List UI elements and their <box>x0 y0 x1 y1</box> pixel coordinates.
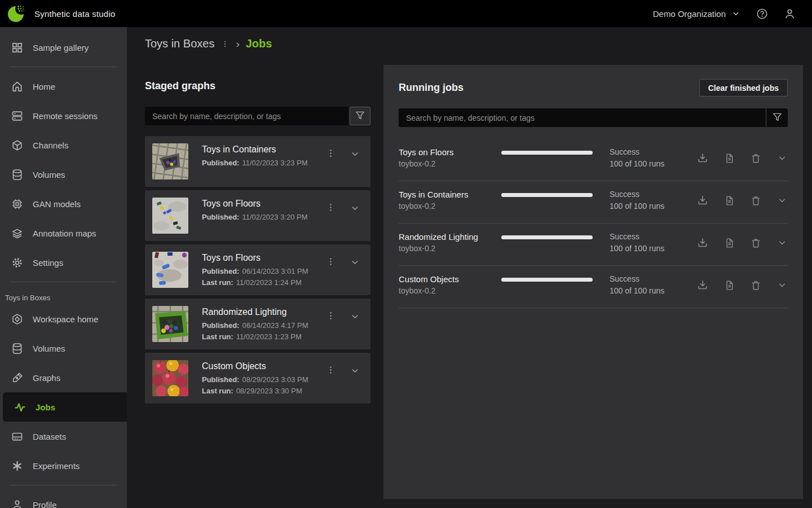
job-status: Success <box>610 273 694 285</box>
job-model: toybox-0.2 <box>399 285 501 297</box>
job-delete-button[interactable] <box>750 237 762 249</box>
sidebar-item-sample-gallery[interactable]: Sample gallery <box>0 33 127 62</box>
help-button[interactable] <box>756 7 769 20</box>
sidebar-item-annotation-maps[interactable]: Annotation maps <box>0 218 127 248</box>
graph-expand-button[interactable] <box>349 256 361 268</box>
graph-menu-button[interactable] <box>325 310 336 321</box>
job-delete-button[interactable] <box>750 195 762 207</box>
graph-card[interactable]: Custom Objects Published:08/29/2023 3:03… <box>145 353 370 404</box>
sidebar-item-label: Workspace home <box>33 314 98 324</box>
job-delete-button[interactable] <box>750 279 762 291</box>
sidebar-item-workspace-home[interactable]: Workspace home <box>0 304 127 334</box>
sidebar-item-profile[interactable]: Profile <box>0 490 127 508</box>
job-progress-bar <box>501 235 593 239</box>
job-runs: 100 of 100 runs <box>610 285 694 297</box>
job-download-button[interactable] <box>696 279 709 291</box>
sidebar-item-label: Volumes <box>33 344 65 353</box>
grid-icon <box>11 41 24 54</box>
running-jobs-filter-button[interactable] <box>766 108 788 127</box>
published-value: 08/29/2023 3:03 PM <box>242 375 308 384</box>
clear-finished-jobs-button[interactable]: Clear finished jobs <box>699 79 788 97</box>
job-model: toybox-0.2 <box>399 200 501 212</box>
graph-menu-button[interactable] <box>325 148 336 159</box>
app-title: Synthetic data studio <box>34 9 115 19</box>
graph-thumbnail <box>152 252 188 288</box>
home-icon <box>11 80 24 93</box>
job-expand-button[interactable] <box>776 237 788 248</box>
kebab-icon <box>325 148 336 159</box>
file-icon <box>723 152 735 164</box>
org-switcher[interactable]: Demo Organization <box>653 8 741 19</box>
sidebar-item-experiments[interactable]: Experiments <box>0 451 127 480</box>
server-icon <box>11 110 24 122</box>
org-name: Demo Organization <box>653 9 726 19</box>
graph-card[interactable]: Randomized Lighting Published:06/14/2023… <box>145 299 370 349</box>
download-icon <box>696 279 709 291</box>
workspace-section-label: Toys in Boxes <box>0 287 127 304</box>
sidebar-item-datasets[interactable]: Datasets <box>0 422 127 451</box>
job-logs-button[interactable] <box>723 195 735 207</box>
trash-icon <box>750 237 762 249</box>
graph-menu-button[interactable] <box>325 256 336 267</box>
job-download-button[interactable] <box>696 237 709 249</box>
sidebar-item-home[interactable]: Home <box>0 72 127 101</box>
kebab-icon[interactable] <box>220 40 230 49</box>
running-jobs-title: Running jobs <box>399 82 464 94</box>
job-download-button[interactable] <box>696 152 709 164</box>
graph-menu-button[interactable] <box>325 202 336 213</box>
sidebar-item-workspace-volumes[interactable]: Volumes <box>0 334 127 363</box>
graph-expand-button[interactable] <box>349 202 361 214</box>
sidebar-item-label: Profile <box>33 500 57 508</box>
graph-menu-button[interactable] <box>325 365 336 375</box>
job-expand-button[interactable] <box>776 279 788 291</box>
file-icon <box>723 237 735 249</box>
published-label: Published: <box>202 321 239 330</box>
last-run-value: 08/29/2023 3:30 PM <box>236 387 302 395</box>
job-model: toybox-0.2 <box>399 243 501 255</box>
kebab-icon <box>325 256 336 267</box>
chevron-down-icon <box>349 310 361 322</box>
person-icon <box>783 7 796 20</box>
sidebar-item-settings[interactable]: Settings <box>0 248 127 277</box>
cube-icon <box>11 139 24 152</box>
job-runs: 100 of 100 runs <box>610 200 694 212</box>
sidebar-item-graphs[interactable]: Graphs <box>0 363 127 392</box>
graph-expand-button[interactable] <box>349 148 361 160</box>
layers-icon <box>11 227 24 240</box>
graph-card[interactable]: Toys in Containers Published:11/02/2023 … <box>145 136 370 187</box>
job-logs-button[interactable] <box>723 279 735 291</box>
graph-card[interactable]: Toys on Floors Published:06/14/2023 3:01… <box>145 244 370 295</box>
staged-filter-button[interactable] <box>350 107 370 125</box>
job-name: Toys on Floors <box>399 146 501 158</box>
database-icon <box>11 342 24 355</box>
chevron-down-icon <box>776 195 788 206</box>
sidebar-item-channels[interactable]: Channels <box>0 130 127 160</box>
profile-button[interactable] <box>783 7 796 20</box>
graph-card[interactable]: Toys on Floors Published:11/02/2023 3:20… <box>145 190 370 241</box>
breadcrumb-workspace[interactable]: Toys in Boxes <box>145 37 214 50</box>
sidebar-item-volumes[interactable]: Volumes <box>0 160 127 189</box>
job-download-button[interactable] <box>696 194 709 207</box>
graph-expand-button[interactable] <box>349 310 361 322</box>
sidebar-item-remote-sessions[interactable]: Remote sessions <box>0 101 127 130</box>
breadcrumb: Toys in Boxes › Jobs <box>145 37 272 50</box>
graph-expand-button[interactable] <box>349 365 361 376</box>
sidebar-item-label: Experiments <box>33 461 80 471</box>
sidebar-item-gan-models[interactable]: GAN models <box>0 189 127 218</box>
job-expand-button[interactable] <box>776 195 788 206</box>
job-logs-button[interactable] <box>723 152 735 164</box>
job-delete-button[interactable] <box>750 152 762 164</box>
job-logs-button[interactable] <box>723 237 735 249</box>
download-icon <box>696 237 709 249</box>
job-expand-button[interactable] <box>776 152 788 164</box>
kebab-icon <box>325 310 336 321</box>
sidebar-item-jobs[interactable]: Jobs <box>3 392 127 422</box>
chevron-down-icon <box>349 148 361 160</box>
staged-search-input[interactable] <box>145 107 348 125</box>
job-row: Randomized Lighting toybox-0.2 Success 1… <box>399 224 788 266</box>
job-name: Toys in Containers <box>399 189 501 200</box>
published-value: 11/02/2023 3:23 PM <box>242 159 307 167</box>
download-icon <box>696 194 709 207</box>
running-jobs-search-input[interactable] <box>399 108 766 127</box>
kebab-icon <box>325 202 336 213</box>
